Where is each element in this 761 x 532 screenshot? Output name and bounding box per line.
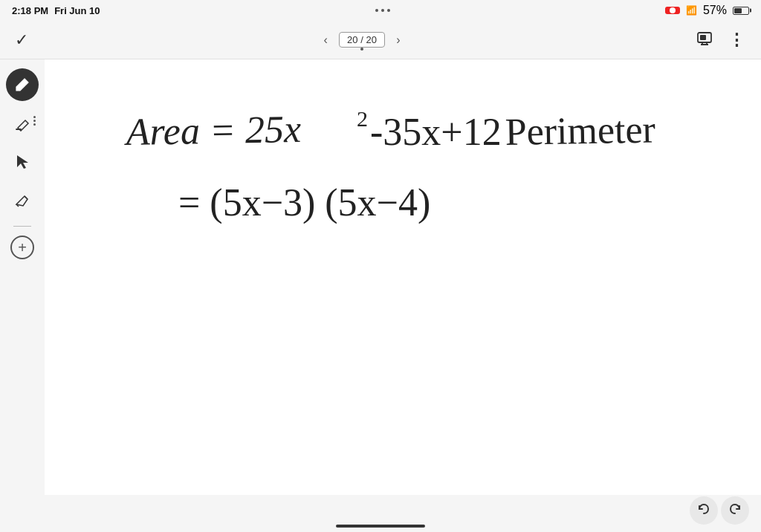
prev-page-button[interactable]: ‹	[315, 30, 336, 51]
status-date: Fri Jun 10	[54, 5, 100, 16]
svg-text:Area = 25x: Area = 25x	[123, 108, 301, 153]
marker-tool-button[interactable]	[6, 184, 39, 217]
undo-button[interactable]	[690, 496, 718, 525]
dot3	[387, 9, 390, 12]
next-page-button[interactable]: ›	[388, 30, 409, 51]
dot2	[381, 9, 384, 12]
top-toolbar: ✓ ‹ 20 / 20 › ⋮	[0, 21, 761, 59]
pen-tool-button[interactable]	[6, 68, 39, 101]
battery-percent: 57%	[703, 4, 727, 17]
toolbar-right: ⋮	[693, 28, 749, 52]
svg-text:-35x+12: -35x+12	[370, 111, 502, 153]
select-tool-button[interactable]	[6, 146, 39, 178]
math-drawing: Area = 25x 2 -35x+12 = (5x−3) (5x−4) Per…	[45, 59, 761, 495]
redo-button[interactable]	[721, 496, 749, 525]
battery-body	[733, 7, 749, 15]
redo-icon	[728, 502, 742, 519]
eraser-tool-button[interactable]	[6, 107, 39, 140]
battery-indicator	[733, 7, 749, 15]
screen-mirror-button[interactable]	[693, 28, 716, 52]
canvas-content: Area = 25x 2 -35x+12 = (5x−3) (5x−4) Per…	[45, 59, 761, 495]
main-canvas[interactable]: Area = 25x 2 -35x+12 = (5x−3) (5x−4) Per…	[45, 59, 761, 495]
left-sidebar: +	[0, 59, 45, 268]
battery-fill	[734, 8, 742, 13]
page-navigation: ‹ 20 / 20 ›	[315, 30, 409, 51]
status-center	[375, 9, 390, 12]
check-button[interactable]: ✓	[12, 27, 31, 53]
prev-arrow-icon: ‹	[323, 33, 327, 47]
home-indicator	[336, 525, 425, 528]
status-left: 2:18 PM Fri Jun 10	[12, 5, 100, 16]
more-options-icon: ⋮	[728, 30, 745, 50]
status-bar: 2:18 PM Fri Jun 10 📶 57%	[0, 0, 761, 21]
svg-text:Perimeter: Perimeter	[505, 108, 655, 153]
next-arrow-icon: ›	[396, 33, 400, 47]
page-indicator[interactable]: 20 / 20	[339, 32, 385, 48]
status-right: 📶 57%	[665, 4, 749, 17]
screen-mirror-icon	[696, 30, 713, 50]
add-icon: +	[18, 240, 27, 255]
svg-text:= (5x−3) (5x−4): = (5x−3) (5x−4)	[178, 181, 430, 224]
svg-rect-1	[700, 35, 706, 40]
dot1	[375, 9, 378, 12]
more-options-button[interactable]: ⋮	[725, 28, 749, 52]
recording-indicator	[665, 7, 680, 14]
bottom-bar	[0, 495, 761, 532]
wifi-icon: 📶	[686, 5, 697, 16]
svg-text:2: 2	[357, 106, 368, 131]
undo-icon	[697, 502, 710, 519]
undo-redo-controls	[690, 496, 749, 525]
add-tool-button[interactable]: +	[10, 236, 34, 259]
tool-divider	[13, 226, 31, 227]
status-time: 2:18 PM	[12, 5, 48, 16]
